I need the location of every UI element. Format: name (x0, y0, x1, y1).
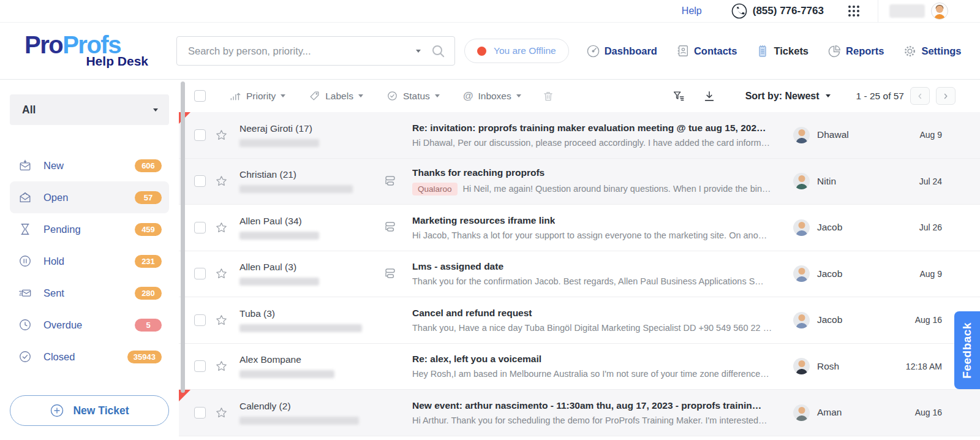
assignee-avatar (793, 127, 810, 143)
assignee-name: Jacob (817, 222, 842, 233)
star-icon[interactable] (215, 175, 228, 188)
sidebar-item-open[interactable]: Open 57 (10, 181, 169, 213)
sidebar-item-label: Overdue (43, 319, 135, 331)
filter-label: Inboxes (478, 91, 511, 102)
nav-tickets[interactable]: Tickets (756, 44, 809, 58)
sidebar-item-closed[interactable]: Closed 35943 (10, 341, 169, 373)
star-icon[interactable] (215, 406, 228, 419)
row-checkbox[interactable] (194, 222, 206, 233)
star-icon[interactable] (215, 360, 228, 373)
status-filter[interactable]: Status (386, 90, 440, 102)
contacts-icon (676, 44, 690, 58)
ticket-row[interactable]: Allen Paul (3) Lms - assigned date Thank… (179, 251, 980, 298)
status-folder-list: New 606 Open 57 Pending 459 (10, 150, 169, 373)
help-link[interactable]: Help (682, 6, 702, 17)
sidebar-item-new[interactable]: New 606 (10, 150, 169, 181)
app-grid-icon[interactable] (848, 6, 859, 17)
priority-icon (229, 90, 241, 102)
new-ticket-button[interactable]: New Ticket (10, 395, 169, 426)
user-menu[interactable] (889, 2, 948, 20)
sidebar-item-overdue[interactable]: Overdue 5 (10, 309, 169, 341)
star-icon[interactable] (215, 314, 228, 327)
filter-label: Status (403, 91, 430, 102)
search-icon[interactable] (431, 44, 446, 59)
priority-filter[interactable]: Priority (229, 90, 285, 102)
availability-toggle[interactable]: You are Offline (464, 39, 569, 63)
feedback-tab[interactable]: Feedback (954, 311, 980, 389)
filter-label: Priority (246, 91, 276, 102)
customer-name: Calendly (2) (239, 401, 291, 412)
new-ticket-label: New Ticket (73, 404, 129, 417)
nav-contacts[interactable]: Contacts (676, 44, 737, 58)
plus-circle-icon (50, 403, 64, 418)
prev-page-button[interactable] (910, 87, 930, 105)
sort-label: Sort by: Newest (745, 91, 820, 102)
export-button[interactable] (703, 89, 716, 103)
row-checkbox[interactable] (194, 407, 206, 419)
divider (878, 0, 878, 22)
row-checkbox[interactable] (194, 129, 206, 141)
nav-dashboard[interactable]: Dashboard (586, 44, 657, 58)
count-badge: 231 (135, 255, 162, 268)
sidebar-item-pending[interactable]: Pending 459 (10, 213, 169, 245)
row-checkbox[interactable] (194, 314, 206, 326)
next-page-button[interactable] (936, 87, 956, 105)
customer-name: Christian (21) (239, 169, 296, 180)
chevron-down-icon (516, 94, 521, 97)
search-scope-caret-icon[interactable] (416, 50, 421, 53)
ticket-row[interactable]: Allen Paul (34) Marketing resources ifra… (179, 205, 980, 251)
star-icon[interactable] (215, 221, 228, 234)
download-icon (703, 89, 716, 103)
ticket-preview: Hey Rosh,I am based in Melbourne Austral… (412, 369, 769, 379)
star-icon[interactable] (215, 129, 228, 142)
proprofs-logo[interactable]: ProProfs Help Desk (24, 33, 152, 69)
sidebar-item-hold[interactable]: Hold 231 (10, 245, 169, 277)
ticket-row[interactable]: Tuba (3) Cancel and refund request Thank… (179, 297, 980, 344)
ticket-row[interactable]: Calendly (2) New event: arthur nasciment… (179, 390, 980, 436)
assignee-avatar (793, 219, 810, 236)
ticket-preview: Thank you, Have a nice day Tuba Bingöl D… (412, 323, 772, 333)
row-checkbox[interactable] (194, 360, 206, 372)
vertical-scrollbar[interactable] (181, 82, 185, 393)
sort-dropdown[interactable]: Sort by: Newest (745, 91, 831, 102)
assignee-avatar (793, 404, 810, 421)
inbox-filter-value: All (22, 104, 36, 116)
redacted-email (239, 370, 334, 378)
pause-icon (18, 254, 32, 268)
clock-icon (18, 318, 32, 332)
nav-label: Contacts (694, 45, 737, 57)
status-check-icon (386, 90, 398, 102)
nav-settings[interactable]: Settings (903, 44, 961, 58)
labels-filter[interactable]: Labels (309, 90, 363, 102)
phone-icon (731, 3, 747, 19)
ticket-list: Neeraj Giroti (17) Re: invitation: propr… (179, 112, 980, 440)
inboxes-filter[interactable]: @ Inboxes (463, 90, 521, 102)
ticket-row[interactable]: Alex Bompane Re: alex, left you a voicem… (179, 344, 980, 390)
sidebar-item-label: New (43, 160, 135, 172)
ticket-date: Aug 9 (894, 269, 980, 279)
assignee-name: Aman (817, 407, 842, 418)
row-checkbox[interactable] (194, 268, 206, 279)
customer-name: Neeraj Giroti (17) (239, 123, 312, 134)
assignee-avatar (793, 173, 810, 189)
redacted-email (239, 139, 319, 147)
delete-button[interactable] (542, 90, 554, 102)
select-all-checkbox[interactable] (194, 90, 206, 102)
list-toolbar: Priority Labels Status @ Inboxes (179, 80, 980, 112)
search-input[interactable] (188, 45, 412, 57)
nav-reports[interactable]: Reports (827, 44, 884, 58)
row-checkbox[interactable] (194, 175, 206, 187)
merged-ticket-icon (382, 267, 396, 281)
redacted-username (889, 4, 925, 18)
hourglass-icon (18, 222, 32, 236)
sidebar-item-sent[interactable]: Sent 280 (10, 277, 169, 309)
star-icon[interactable] (215, 267, 228, 280)
ticket-row[interactable]: Christian (21) Thanks for reaching propr… (179, 159, 980, 205)
support-phone[interactable]: (855) 776-7763 (731, 3, 824, 19)
filter-view-button[interactable] (672, 89, 685, 103)
inbox-filter-dropdown[interactable]: All (10, 94, 169, 125)
ticket-row[interactable]: Neeraj Giroti (17) Re: invitation: propr… (179, 112, 980, 159)
assignee-name: Nitin (817, 176, 836, 187)
filter-label: Labels (325, 91, 353, 102)
at-icon: @ (463, 90, 473, 102)
